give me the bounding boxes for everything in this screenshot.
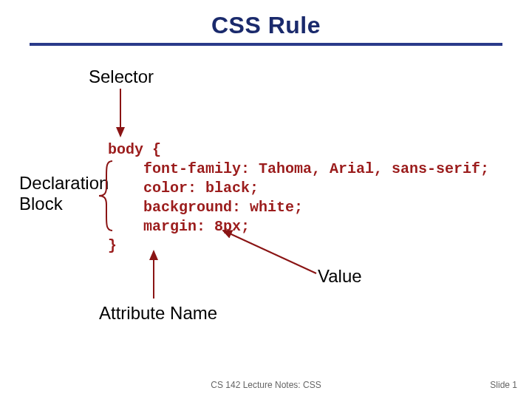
code-line-5: margin: 8px;: [108, 217, 250, 236]
slide: CSS Rule Selector Declaration Block Valu…: [0, 0, 532, 399]
code-line-4: background: white;: [108, 198, 303, 217]
label-value: Value: [318, 266, 362, 287]
label-selector: Selector: [89, 66, 154, 87]
footer-center: CS 142 Lecture Notes: CSS: [0, 380, 532, 390]
code-line-1: body {: [108, 140, 161, 160]
code-line-6: }: [108, 236, 117, 256]
footer-slide-number: Slide 1: [490, 380, 517, 390]
arrow-value: [223, 231, 316, 273]
code-line-2: font-family: Tahoma, Arial, sans-serif;: [108, 160, 489, 179]
title-rule: [30, 43, 502, 46]
label-attribute-name: Attribute Name: [99, 303, 217, 324]
label-declaration-block-1: Declaration: [19, 173, 109, 194]
code-line-3: color: black;: [108, 179, 259, 198]
label-declaration-block-2: Block: [19, 194, 63, 214]
page-title: CSS Rule: [0, 12, 532, 39]
